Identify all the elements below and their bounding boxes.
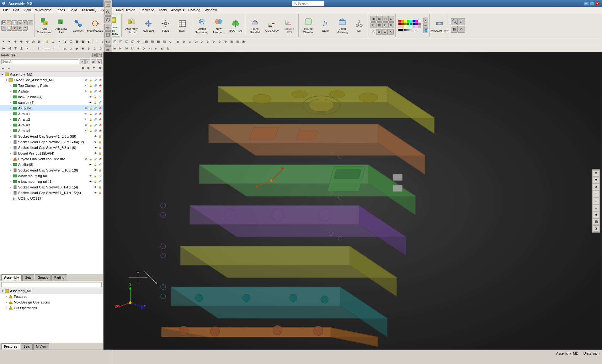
menu-analysis[interactable]: Analysis xyxy=(169,8,186,13)
cut-button[interactable]: Cut xyxy=(351,16,367,35)
tree-options3[interactable]: ⊠ xyxy=(92,66,97,71)
st2-22[interactable]: ⊯ xyxy=(130,46,135,51)
font-btn2[interactable]: ∡ xyxy=(382,29,388,35)
connect-button[interactable]: Connect xyxy=(70,16,86,35)
vp-btn7[interactable]: ◉ xyxy=(593,212,599,218)
st1-31[interactable]: ⊗ xyxy=(187,39,193,45)
st2-2[interactable]: ⊣ xyxy=(7,46,12,51)
rotate-view-btn[interactable]: ⟳ xyxy=(458,26,465,33)
tree-ebox-rail1[interactable]: + e-box mounting rail#1 👁🔒🔗 xyxy=(0,179,103,184)
st2-15[interactable]: ⊚ xyxy=(86,46,92,51)
st1-19[interactable]: ◳ xyxy=(112,39,117,45)
st2-23[interactable]: ⊰ xyxy=(136,46,141,51)
tree-top-clamping[interactable]: + Top Clamping Plate 👁🔒🔗📌 xyxy=(0,83,103,88)
menu-faces[interactable]: Faces xyxy=(54,8,67,13)
round-chamfer-button[interactable]: Round Chamfer xyxy=(300,16,317,35)
st1-28[interactable]: ⊌ xyxy=(167,39,173,45)
st2-16[interactable]: ⊙ xyxy=(92,46,98,51)
tree-a-plate[interactable]: + A plate 👁🔒🔗📌 xyxy=(0,88,103,94)
st2-17[interactable]: ⊘ xyxy=(98,46,104,51)
display-btn5[interactable]: ⊞ xyxy=(370,22,376,28)
st1-39[interactable]: ⊟ xyxy=(235,39,240,45)
menu-molddesign[interactable]: Mold Design xyxy=(114,8,137,13)
st1-27[interactable]: ▧ xyxy=(161,39,167,45)
swatch-orange[interactable] xyxy=(401,20,404,22)
st1-35[interactable]: ⊛ xyxy=(211,39,216,45)
tree-screw1[interactable]: + Socket Head Cap Screw#1_3/8 x 3(8) 👁🔒 xyxy=(0,134,103,139)
swatch-light-pink[interactable] xyxy=(415,25,418,28)
menu-view[interactable]: View xyxy=(22,8,33,13)
search-filter-btn[interactable]: ⊞ xyxy=(91,59,96,64)
tree-a-pillar[interactable]: + A-pillar(8) 👁🔒🔗 xyxy=(0,162,103,167)
minimize-button[interactable]: ─ xyxy=(584,1,589,6)
tree-fixed-side[interactable]: ▼ Fixed Side_Assembly_MD 👁 🔒 🔗 📌 xyxy=(0,77,103,83)
st2-24[interactable]: ⊱ xyxy=(141,46,147,51)
tree-arail2[interactable]: + A-rail#2 👁🔒🔗📌 xyxy=(0,117,103,122)
tree-screw3[interactable]: + Socket Head Cap Screw#3_3/8 x 1(8) 👁🔒 xyxy=(0,145,103,150)
features-search-input[interactable] xyxy=(1,59,79,64)
st1-7[interactable]: ⊞ xyxy=(36,39,42,45)
st1-33[interactable]: ⊙ xyxy=(199,39,205,45)
vp-btn6[interactable]: ⊡ xyxy=(593,205,599,211)
search-container[interactable]: 🔍 xyxy=(292,1,324,6)
quick-paste[interactable]: 📌 xyxy=(12,26,17,31)
swatch-yellow[interactable] xyxy=(404,20,407,22)
tree-dowel-pin[interactable]: + Dowel Pin_38112DP(4) 👁🔒 xyxy=(0,150,103,156)
tree-ax-plate[interactable]: + AX plate 👁🔒🔗📌 xyxy=(0,105,103,111)
swatch-light-green[interactable] xyxy=(407,25,409,28)
draw-pencil[interactable]: ✏ xyxy=(423,23,428,28)
swatch-more[interactable]: ... xyxy=(412,29,419,31)
st1-14[interactable]: ⬟ xyxy=(80,39,86,45)
swatch-dark-red[interactable] xyxy=(398,23,401,25)
quick-cut[interactable]: ✂ xyxy=(1,26,6,31)
tree-lockup-block[interactable]: + lock-up block(4) 👁🔒🔗 xyxy=(0,94,103,100)
vp-btn9[interactable]: ⊻ xyxy=(593,225,599,232)
st2-26[interactable]: ⊳ xyxy=(153,46,159,51)
display-btn4[interactable]: ⊡ xyxy=(388,16,394,22)
viewport[interactable]: X Y Z xyxy=(104,52,602,350)
st2-27[interactable]: ⊴ xyxy=(159,46,165,51)
swatch-dark-green[interactable] xyxy=(407,23,409,25)
draw-fill[interactable]: 🪣 xyxy=(423,28,428,33)
eco-tree-button[interactable]: ECO Tree xyxy=(227,16,244,35)
search-clear-btn[interactable]: ✕ xyxy=(80,59,85,64)
display-btn1[interactable]: ◼ xyxy=(370,16,376,22)
st2-10[interactable]: ⋱ xyxy=(56,46,62,51)
vp-btn8[interactable]: ▤ xyxy=(593,219,599,225)
tree-root[interactable]: ▼ Assembly_MD xyxy=(0,71,103,77)
search-options-btn[interactable]: S xyxy=(97,59,102,64)
draw-line[interactable]: / xyxy=(423,18,428,23)
st2-4[interactable]: ⊥ xyxy=(19,46,24,51)
zoom-all-btn[interactable]: ⊡ xyxy=(451,26,458,33)
add-component-button[interactable]: + AddComponent xyxy=(36,16,52,35)
panel-close[interactable]: ✕ xyxy=(97,53,102,57)
tree-arail3[interactable]: + A-rail#3 👁🔒🔗📌 xyxy=(0,122,103,128)
swatch-cyan[interactable] xyxy=(410,20,412,22)
tab-sets[interactable]: Sets xyxy=(22,274,34,281)
st1-2[interactable]: ◈ xyxy=(7,39,12,45)
st2-20[interactable]: ⊭ xyxy=(118,46,123,51)
menu-tools[interactable]: Tools xyxy=(157,8,169,13)
st1-24[interactable]: ▤ xyxy=(143,39,149,45)
swatch-olive[interactable] xyxy=(404,23,407,25)
tree-screw10[interactable]: + Socket Head Cap Screw#10_1/4 x 1(4) 👁🔒 xyxy=(0,184,103,190)
display-btn7[interactable]: ⊟ xyxy=(382,22,388,28)
st1-15[interactable]: ◐ xyxy=(86,39,92,45)
direct-modeling-button[interactable]: DirectModeling xyxy=(334,16,350,35)
display-btn2[interactable]: ▦ xyxy=(376,16,382,22)
swatch-light-cyan[interactable] xyxy=(410,25,412,28)
st2-28[interactable]: ⊵ xyxy=(165,46,171,51)
st1-3[interactable]: ⊕ xyxy=(13,39,18,45)
st1-10[interactable]: ☀ xyxy=(56,39,62,45)
menu-electrode[interactable]: Electrode xyxy=(138,8,156,13)
st1-21[interactable]: ◲ xyxy=(124,39,129,45)
swatch-black[interactable] xyxy=(398,29,403,31)
menu-file[interactable]: File xyxy=(1,8,11,13)
tab-parting[interactable]: Parting xyxy=(51,274,67,281)
nav-btn1[interactable] xyxy=(104,1,111,8)
swatch-gray[interactable] xyxy=(418,23,421,25)
tab-assembly[interactable]: Assembly xyxy=(1,274,22,281)
tree-cam-pin[interactable]: + cam pin(8) 👁🔒🔗 xyxy=(0,100,103,105)
quick-new[interactable]: 📄 xyxy=(12,20,17,25)
quick-help[interactable]: ? xyxy=(23,26,28,31)
